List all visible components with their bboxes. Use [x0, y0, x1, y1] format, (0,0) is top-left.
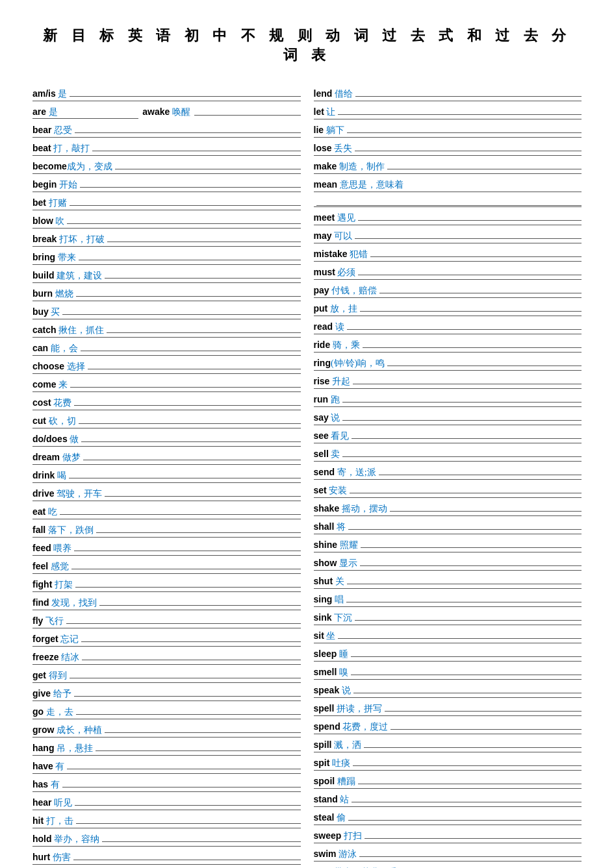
entry-label: forget 忘记: [32, 634, 79, 645]
entry-label: come 来: [32, 379, 68, 391]
entry-meet: meet 遇见: [314, 208, 582, 225]
entry-label: has 有: [32, 779, 60, 791]
entry-grow: grow 成长，种植: [32, 721, 301, 738]
entry-label: freeze 结冰: [32, 652, 79, 663]
entry-label: give 给予: [32, 688, 71, 700]
entry-label: ride 骑，乘: [314, 340, 360, 351]
entry-build: build 建筑，建设: [32, 266, 301, 283]
entry-label: eat 吃: [32, 506, 57, 518]
entry-show: show 显示: [314, 554, 582, 571]
entry-label: spill 溅，洒: [314, 739, 362, 751]
entry-speak: speak 说: [314, 681, 582, 698]
entry-shall: shall 将: [314, 517, 582, 534]
entry-label: make 制造，制作: [314, 161, 385, 173]
entry-has: has 有: [32, 775, 301, 792]
entry-say: say 说: [314, 408, 582, 425]
entry-do-does: do/does 做: [32, 430, 301, 447]
entry-label: get 得到: [32, 670, 67, 682]
entry-buy: buy 买: [32, 303, 301, 319]
entry-begin: begin 开始: [32, 175, 301, 192]
entry-hang: hang 吊，悬挂: [32, 739, 301, 756]
entry-spell: spell 拼读，拼写: [314, 699, 582, 716]
entry-label: spit 吐痰: [314, 758, 350, 769]
entry-label: lend 借给: [314, 88, 353, 100]
entry-put: put 放，挂: [314, 299, 582, 316]
left-column: am/is 是 are 是 awake 唤醒 bear 忍受beat 打，敲打b…: [32, 84, 301, 868]
entry-label: choose 选择: [32, 361, 85, 373]
entry-feed: feed 喂养: [32, 539, 301, 556]
entry-sit: sit 坐: [314, 626, 582, 643]
entry-fly: fly 飞行: [32, 612, 301, 628]
awake-label: awake 唤醒: [142, 106, 190, 118]
entry-label: bear 忍受: [32, 125, 72, 136]
entry-eat: eat 吃: [32, 502, 301, 519]
entry-feel: feel 感觉: [32, 557, 301, 574]
entry-sing: sing 唱: [314, 590, 582, 607]
entry-label: sleep 睡: [314, 649, 348, 660]
entry-are: are 是 awake 唤醒: [32, 103, 301, 119]
entry-label: sweep 打扫: [314, 830, 362, 842]
entry-label: cost 花费: [32, 397, 71, 409]
entry-label: feel 感觉: [32, 561, 69, 573]
entry-steal: steal 偷: [314, 808, 582, 825]
entry-label: smell 嗅: [314, 667, 348, 678]
entry-dream: dream 做梦: [32, 448, 301, 465]
entry-label: lie 躺下: [314, 125, 344, 136]
entry-label: do/does 做: [32, 434, 79, 445]
entry-run: run 跑: [314, 390, 582, 407]
entry-label: bet 打赌: [32, 197, 67, 209]
entry-label: see 看见: [314, 430, 350, 442]
entry-label: break 打坏，打破: [32, 234, 105, 245]
entry-beat: beat 打，敲打: [32, 139, 301, 156]
entry-label: beat 打，敲打: [32, 143, 90, 155]
entry-label: have 有: [32, 761, 64, 773]
entry-lose: lose 丢失: [314, 139, 582, 156]
entry-can: can 能，会: [32, 339, 301, 356]
entry-label: build 建筑，建设: [32, 270, 102, 282]
entry-cost: cost 花费: [32, 393, 301, 410]
entry-label: rise 升起: [314, 376, 350, 388]
entry-label: shake 摇动，摆动: [314, 503, 387, 515]
entry-burn: burn 燃烧: [32, 284, 301, 301]
entry-label: drive 驾驶，开车: [32, 488, 102, 500]
entry-label: run 跑: [314, 394, 340, 406]
entry-label: read 读: [314, 321, 344, 333]
entry-label: grow 成长，种植: [32, 725, 102, 736]
entry-label: sit 坐: [314, 630, 336, 642]
entry-label: put 放，挂: [314, 303, 357, 315]
entry-label: lose 丢失: [314, 143, 353, 155]
entry-label: spend 花费，度过: [314, 721, 389, 733]
entry-spill: spill 溅，洒: [314, 736, 582, 752]
entry-label: drink 喝: [32, 470, 66, 482]
entry-may: may 可以: [314, 227, 582, 243]
entry-send: send 寄，送;派: [314, 463, 582, 480]
entry-label: ring(钟/铃)响，鸣: [314, 358, 385, 369]
entry-make: make 制造，制作: [314, 157, 582, 174]
entry-smell: smell 嗅: [314, 663, 582, 680]
entry-label: swim 游泳: [314, 849, 357, 860]
entry-read: read 读: [314, 317, 582, 334]
entry-label: say 说: [314, 412, 340, 424]
entry-label: find 发现，找到: [32, 597, 97, 609]
entry-label: steal 偷: [314, 812, 346, 824]
entry-mistake: mistake 犯错: [314, 245, 582, 262]
entry-label: sell 卖: [314, 449, 340, 460]
entry-swim: swim 游泳: [314, 845, 582, 862]
entry-spoil: spoil 糟蹋: [314, 772, 582, 789]
entry-label: blow 吹: [32, 216, 64, 227]
entry-label: set 安装: [314, 485, 348, 497]
entry-label: shine 照耀: [314, 539, 358, 551]
entry-spit: spit 吐痰: [314, 754, 582, 771]
entry-give: give 给予: [32, 684, 301, 701]
entry-take: take 带去，花费，乘: [314, 863, 582, 868]
entry-hurt: hurt 伤害: [32, 848, 301, 865]
entry-catch: catch 揪住，抓住: [32, 321, 301, 338]
entry-label: begin 开始: [32, 179, 77, 191]
entry-fall: fall 落下，跌倒: [32, 521, 301, 538]
entry-label: send 寄，送;派: [314, 467, 376, 478]
entry-shut: shut 关: [314, 572, 582, 589]
entry-lie: lie 躺下: [314, 121, 582, 138]
entry-label: buy 买: [32, 306, 60, 318]
entry-have: have 有: [32, 757, 301, 774]
entry-label: shall 将: [314, 521, 346, 533]
